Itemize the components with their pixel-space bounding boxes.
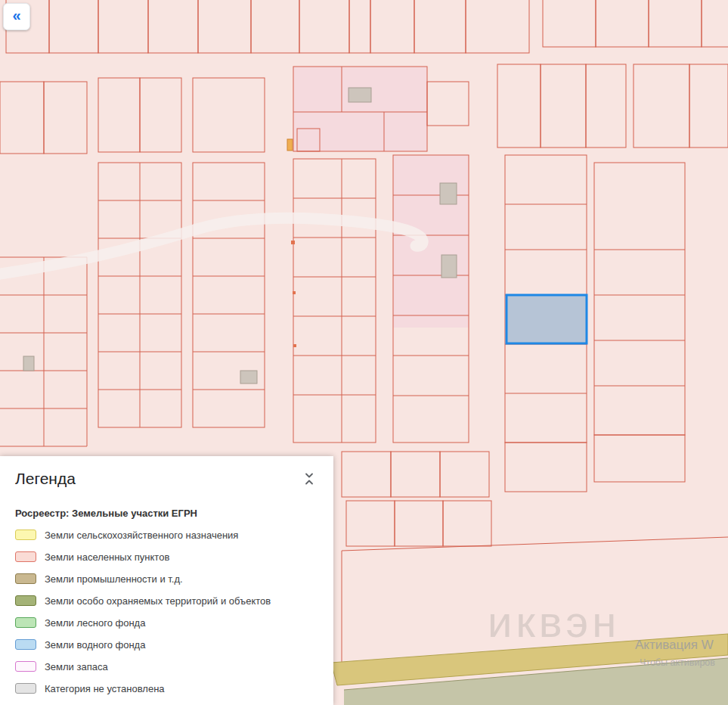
legend-collapse-button[interactable]: [300, 470, 318, 488]
legend-item: Земли особо охраняемых территорий и объе…: [15, 595, 318, 607]
legend-item-label: Земли сельскохозяйственного назначения: [45, 530, 238, 541]
site-watermark: иквэн: [488, 597, 620, 646]
chevron-double-left-icon: «: [12, 7, 20, 24]
legend-section-title: Росреестр: Земельные участки ЕГРН: [15, 508, 318, 519]
legend-item: Земли населенных пунктов: [15, 551, 318, 563]
legend-item: Земли водного фонда: [15, 638, 318, 651]
legend-item-label: Земли водного фонда: [45, 639, 145, 651]
windows-activation-watermark-line1: Активация W: [635, 638, 714, 652]
legend-color-swatch: [15, 551, 36, 562]
legend-item-label: Земли лесного фонда: [45, 617, 145, 629]
legend-color-swatch: [15, 530, 36, 540]
legend-color-swatch: [15, 573, 36, 584]
legend-title: Легенда: [15, 470, 76, 488]
collapse-sidebar-button[interactable]: «: [3, 3, 30, 30]
legend-item-label: Земли запаса: [45, 661, 108, 672]
legend-color-swatch: [15, 617, 36, 628]
legend-item: Земли лесного фонда: [15, 616, 318, 629]
legend-item-label: Земли особо охраняемых территорий и объе…: [45, 595, 271, 607]
selected-parcel[interactable]: [507, 295, 587, 343]
legend-item: Земли промышленности и т.д.: [15, 573, 318, 585]
legend-color-swatch: [15, 683, 36, 694]
legend-item: Категория не установлена: [15, 682, 318, 694]
legend-color-swatch: [15, 639, 36, 650]
legend-item: Земли запаса: [15, 660, 318, 672]
legend-item: Земли сельскохозяйственного назначения: [15, 529, 318, 541]
windows-activation-watermark-line2: Чтобы активиров: [640, 657, 715, 668]
unfold-less-icon: [302, 471, 317, 486]
legend-list: Земли сельскохозяйственного назначения З…: [15, 529, 318, 694]
legend-item-label: Земли населенных пунктов: [45, 551, 169, 563]
legend-item-label: Земли промышленности и т.д.: [45, 573, 183, 585]
legend-color-swatch: [15, 595, 36, 606]
legend-panel: Легенда Росреестр: Земельные участки ЕГР…: [0, 456, 333, 705]
legend-item-label: Категория не установлена: [45, 683, 165, 694]
legend-header: Легенда: [15, 470, 318, 488]
legend-color-swatch: [15, 661, 36, 672]
